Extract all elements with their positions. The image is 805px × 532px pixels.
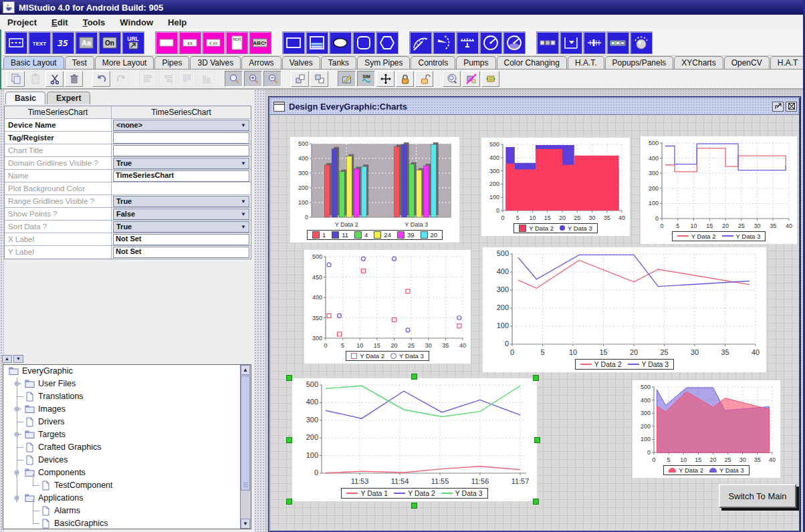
close-icon[interactable] (786, 102, 797, 112)
property-dropdown-range-gridlines-visible[interactable]: True▼ (113, 196, 249, 207)
tab-opencv[interactable]: OpenCV (724, 56, 770, 69)
scroll-down-icon[interactable]: ▼ (241, 519, 250, 529)
tree-item-targets[interactable]: Targets (3, 428, 251, 441)
display-text-icon[interactable]: TEXT (28, 31, 51, 54)
bring-to-front-icon[interactable] (291, 71, 309, 87)
tab-more-layout[interactable]: More Layout (95, 56, 154, 69)
property-field-y-label[interactable]: Not Set (113, 247, 249, 258)
scrollbar-thumb[interactable] (241, 376, 250, 491)
step-line-chart-panel[interactable]: 05101520253035400100200300400500Y Data 2… (641, 136, 797, 244)
selection-handle[interactable] (533, 375, 539, 381)
tab-arrows[interactable]: Arrows (241, 56, 281, 69)
delete-icon[interactable] (65, 71, 83, 87)
time-series-chart-panel[interactable]: 11:5311:5411:5511:5611:57010020030040050… (292, 378, 537, 501)
tab-pumps[interactable]: Pumps (456, 56, 495, 69)
switch-to-main-button[interactable]: Switch To Main (719, 484, 796, 508)
connections-icon[interactable] (481, 71, 499, 87)
rounded-rect-shape-icon[interactable] (352, 31, 375, 54)
sim-mode-icon[interactable]: SIM (357, 71, 375, 87)
copy-icon[interactable] (7, 71, 25, 87)
dial-gauge-icon[interactable] (433, 31, 455, 54)
bar-chart-panel[interactable]: 0100200300400500Y Data 2Y Data 311142439… (290, 137, 459, 243)
inspector-tab-expert[interactable]: Expert (47, 92, 90, 104)
display-dashes-icon[interactable] (5, 31, 27, 54)
selection-handle[interactable] (286, 437, 292, 443)
tree-item-applications[interactable]: Applications (3, 492, 251, 505)
tab-tanks[interactable]: Tanks (321, 56, 356, 69)
mini-buttons-icon[interactable] (606, 31, 629, 54)
tab-pipes[interactable]: Pipes (154, 56, 189, 69)
menu-tools[interactable]: Tools (76, 16, 113, 29)
maximize-icon[interactable] (772, 102, 784, 112)
hexagon-shape-icon[interactable] (376, 31, 398, 54)
tab-sym-pipes[interactable]: Sym Pipes (357, 56, 410, 69)
tab-h-a-t[interactable]: H.A.T (770, 56, 805, 69)
send-to-back-icon[interactable] (310, 71, 328, 87)
tree-item-translations[interactable]: Translations (3, 390, 251, 403)
tab-basic-layout[interactable]: Basic Layout (3, 56, 64, 69)
tree-item-components[interactable]: Components (3, 467, 251, 479)
tab-xycharts[interactable]: XYCharts (674, 56, 723, 69)
menu-help[interactable]: Help (160, 16, 194, 29)
tab-color-changing[interactable]: Color Changing (497, 56, 567, 69)
tree-item-crafted-graphics[interactable]: Crafted Graphics (3, 441, 251, 454)
url-link-icon[interactable]: URL (122, 31, 144, 54)
move-mode-icon[interactable] (376, 71, 394, 87)
tab-test[interactable]: Test (65, 56, 94, 69)
tab-controls[interactable]: Controls (411, 56, 455, 69)
rect-shape-icon[interactable] (282, 31, 305, 54)
selection-handle[interactable] (534, 437, 540, 443)
tree-item-everygraphic[interactable]: EveryGraphic (3, 365, 251, 378)
on-off-button-icon[interactable]: On (98, 31, 121, 54)
selection-handle[interactable] (411, 374, 417, 380)
text-area-icon[interactable]: text (225, 31, 248, 54)
tree-item-drivers[interactable]: Drivers (3, 416, 251, 428)
font-style-icon[interactable]: Aa (75, 31, 98, 54)
tree-item-alarms[interactable]: Alarms (3, 505, 251, 517)
decimal-field-icon[interactable]: x.xx (202, 31, 225, 54)
tab-popups-panels[interactable]: Popups/Panels (605, 56, 674, 69)
line-chart-panel[interactable]: 05101520253035400100200300400500Y Data 2… (483, 247, 766, 372)
property-dropdown-domain-gridlines-visible[interactable]: True▼ (113, 158, 249, 169)
property-field-chart-title[interactable] (113, 145, 249, 156)
slider-icon[interactable] (583, 31, 606, 54)
ellipse-shape-icon[interactable] (329, 31, 352, 54)
tab-3d-valves[interactable]: 3D Valves (190, 56, 241, 69)
vertical-splitter[interactable] (254, 90, 265, 532)
splitter-down-icon[interactable]: ▼ (13, 355, 23, 363)
selection-handle[interactable] (286, 499, 292, 505)
arc-gauge-icon[interactable] (409, 31, 432, 54)
menu-edit[interactable]: Edit (44, 16, 76, 29)
panel-splitter[interactable]: ▲ ▼ (0, 354, 254, 364)
menu-window[interactable]: Window (112, 16, 160, 29)
selection-handle[interactable] (411, 503, 417, 509)
lock-icon[interactable] (396, 71, 414, 87)
tree-item-devices[interactable]: Devices (3, 454, 251, 467)
zoom-in-icon[interactable] (244, 71, 262, 87)
design-frame-titlebar[interactable]: Design EveryGraphic:Charts (270, 98, 799, 115)
undo-icon[interactable] (92, 71, 110, 87)
tree-scrollbar[interactable]: ▲▼ (240, 365, 251, 529)
draw-mode-icon[interactable] (338, 71, 356, 87)
linear-gauge-icon[interactable] (456, 31, 479, 54)
abc-combo-icon[interactable]: ABC (249, 31, 271, 54)
unlock-icon[interactable] (415, 71, 433, 87)
numeric-field-icon[interactable] (155, 31, 178, 54)
zoom-icon[interactable] (225, 71, 243, 87)
property-dropdown-sort-data[interactable]: True▼ (113, 221, 249, 233)
window-titlebar[interactable]: MIStudio 4.0 for Android Build: 905 (0, 0, 805, 15)
scroll-up-icon[interactable]: ▲ (241, 365, 250, 375)
xx-field-icon[interactable]: xx (179, 31, 201, 54)
tree-item-testcomponent[interactable]: TestComponent (3, 479, 251, 492)
tab-h-a-t[interactable]: H.A.T. (568, 56, 604, 69)
tree-item-user-files[interactable]: User Files (3, 378, 251, 390)
zoom-out-icon[interactable] (263, 71, 281, 87)
selection-handle[interactable] (286, 375, 292, 381)
step-area-chart-panel[interactable]: 05101520253035400100200300400500Y Data 2… (481, 138, 630, 236)
splitter-up-icon[interactable]: ▲ (2, 355, 12, 363)
inspector-tab-basic[interactable]: Basic (5, 92, 45, 104)
button-strip-icon[interactable] (536, 31, 559, 54)
tree-item-basicgraphics[interactable]: BasicGraphics (3, 517, 251, 529)
cut-icon[interactable] (45, 71, 64, 87)
property-dropdown-device-name[interactable]: <none>▼ (113, 120, 249, 131)
